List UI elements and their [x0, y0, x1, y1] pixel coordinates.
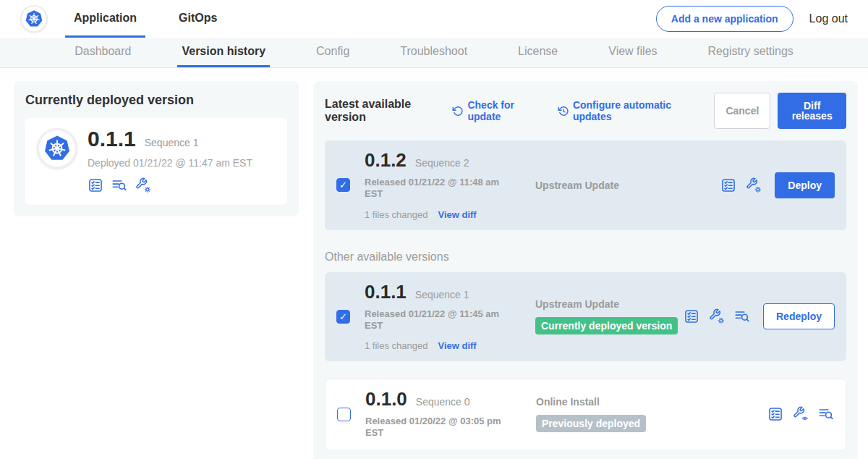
- current-version-deployed-at: Deployed 01/21/22 @ 11:47 am EST: [88, 157, 252, 169]
- kubernetes-logo-icon: [24, 9, 44, 29]
- deploy-logs-icon[interactable]: [111, 177, 127, 193]
- config-gear-icon[interactable]: [746, 177, 762, 193]
- version-info: 0.1.1 Sequence 1 Released 01/21/22 @ 11:…: [365, 282, 509, 352]
- app-logo: [20, 5, 48, 33]
- current-version-details: 0.1.1 Sequence 1 Deployed 01/21/22 @ 11:…: [88, 128, 252, 193]
- top-bar: Application GitOps Add a new application…: [0, 0, 868, 38]
- app-subnav: Dashboard Version history Config Trouble…: [0, 38, 868, 68]
- preflight-checks-icon[interactable]: [684, 308, 699, 324]
- config-gear-icon[interactable]: [709, 308, 725, 324]
- schedule-icon: [558, 105, 569, 117]
- previously-deployed-badge: Previously deployed: [536, 415, 646, 432]
- tab-application[interactable]: Application: [65, 0, 145, 38]
- current-version-actions: [88, 177, 252, 193]
- files-changed-label: 1 files changed: [365, 340, 427, 351]
- subnav-version-history[interactable]: Version history: [177, 38, 270, 67]
- version-row-0-1-1: 0.1.1 Sequence 1 Released 01/21/22 @ 11:…: [325, 272, 846, 362]
- other-versions-title: Other available versions: [325, 250, 846, 264]
- version-sequence: Sequence 0: [416, 396, 470, 408]
- diff-releases-button[interactable]: Diff releases: [778, 93, 846, 129]
- redeploy-button[interactable]: Redeploy: [763, 303, 835, 329]
- version-actions: Redeploy: [684, 303, 835, 329]
- version-released-at: Released 01/20/22 @ 03:05 pm EST: [365, 416, 510, 439]
- version-released-at: Released 01/21/22 @ 11:45 am EST: [365, 308, 509, 332]
- version-checkbox[interactable]: [337, 408, 351, 421]
- current-version-panel: Currently deployed version 0.1.1 Sequenc…: [14, 81, 299, 216]
- version-sequence: Sequence 1: [415, 289, 469, 300]
- check-for-update-link[interactable]: Check for update: [452, 99, 541, 122]
- source-label: Upstream Update: [535, 180, 720, 191]
- version-number: 0.1.0: [365, 389, 407, 408]
- version-row-0-1-2: 0.1.2 Sequence 2 Released 01/21/22 @ 11:…: [325, 140, 846, 230]
- header-actions: Cancel Diff releases: [714, 93, 846, 129]
- version-released-at: Released 01/21/22 @ 11:48 am EST: [365, 177, 509, 201]
- tab-gitops[interactable]: GitOps: [170, 0, 226, 38]
- cancel-button[interactable]: Cancel: [714, 93, 770, 129]
- currently-deployed-badge: Currently deployed version: [535, 317, 678, 334]
- top-tabs: Application GitOps: [65, 0, 226, 38]
- files-changed-label: 1 files changed: [365, 209, 427, 220]
- subnav-troubleshoot[interactable]: Troubleshoot: [396, 38, 472, 67]
- view-diff-link[interactable]: View diff: [438, 209, 476, 220]
- version-source: Upstream Update Currently deployed versi…: [535, 298, 684, 334]
- config-view-icon[interactable]: [793, 406, 809, 422]
- current-version-title: Currently deployed version: [25, 93, 287, 108]
- subnav-registry-settings[interactable]: Registry settings: [704, 38, 798, 67]
- current-version-sequence: Sequence 1: [145, 137, 199, 148]
- add-application-button[interactable]: Add a new application: [656, 6, 793, 32]
- kubernetes-logo-icon: [42, 133, 72, 164]
- subnav-config[interactable]: Config: [312, 38, 354, 67]
- version-number: 0.1.2: [365, 151, 407, 169]
- check-for-update-label: Check for update: [467, 99, 541, 122]
- version-source: Online Install Previously deployed: [536, 396, 767, 432]
- source-label: Upstream Update: [535, 298, 684, 310]
- subnav-view-files[interactable]: View files: [604, 38, 661, 67]
- subnav-dashboard[interactable]: Dashboard: [70, 38, 135, 67]
- latest-version-title: Latest available version: [325, 98, 442, 124]
- version-info: 0.1.2 Sequence 2 Released 01/21/22 @ 11:…: [365, 151, 509, 220]
- version-number: 0.1.1: [365, 282, 407, 301]
- deploy-logs-icon[interactable]: [734, 308, 750, 324]
- current-version-card: 0.1.1 Sequence 1 Deployed 01/21/22 @ 11:…: [25, 118, 287, 205]
- version-actions: Deploy: [720, 172, 835, 198]
- version-row-0-1-0: 0.1.0 Sequence 0 Released 01/20/22 @ 03:…: [325, 379, 846, 450]
- preflight-checks-icon[interactable]: [88, 177, 103, 193]
- configure-auto-updates-link[interactable]: Configure automatic updates: [558, 99, 699, 122]
- source-label: Online Install: [536, 396, 767, 408]
- version-source: Upstream Update: [535, 180, 720, 191]
- version-actions: [767, 406, 834, 422]
- current-version-number: 0.1.1: [88, 128, 136, 150]
- version-info: 0.1.0 Sequence 0 Released 01/20/22 @ 03:…: [365, 389, 510, 439]
- subnav-license[interactable]: License: [514, 38, 562, 67]
- app-icon-badge: [37, 128, 77, 169]
- version-checkbox[interactable]: [336, 178, 350, 192]
- preflight-checks-icon[interactable]: [767, 406, 783, 422]
- version-history-panel: Latest available version Check for updat…: [313, 81, 858, 459]
- topbar-right: Add a new application Log out: [656, 0, 848, 38]
- main-content: Currently deployed version 0.1.1 Sequenc…: [0, 68, 868, 459]
- configure-auto-updates-label: Configure automatic updates: [573, 99, 698, 122]
- deploy-logs-icon[interactable]: [818, 406, 834, 422]
- view-diff-link[interactable]: View diff: [438, 340, 476, 351]
- deploy-button[interactable]: Deploy: [775, 172, 835, 198]
- latest-version-header: Latest available version Check for updat…: [325, 93, 846, 129]
- preflight-checks-icon[interactable]: [720, 177, 736, 193]
- logout-link[interactable]: Log out: [809, 12, 848, 25]
- config-gear-icon[interactable]: [135, 177, 151, 193]
- version-sequence: Sequence 2: [415, 157, 469, 169]
- version-checkbox[interactable]: [336, 310, 350, 324]
- refresh-icon: [452, 105, 463, 117]
